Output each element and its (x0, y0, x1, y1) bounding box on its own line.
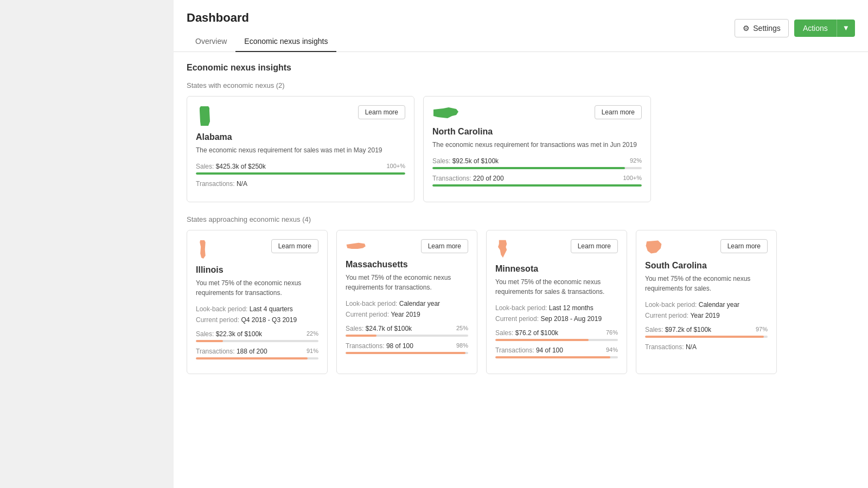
card-ma-header: Learn more (346, 239, 468, 254)
illinois-learn-more-button[interactable]: Learn more (271, 239, 318, 253)
card-mn-header: Learn more (495, 239, 618, 259)
ma-lookback: Look-back period: Calendar year (346, 300, 468, 307)
tabs: Overview Economic nexus insights (187, 31, 336, 52)
card-south-carolina: Learn more South Carolina You met 75% of… (636, 230, 777, 374)
header-right: ⚙ Settings Actions ▼ (735, 19, 855, 44)
actions-button[interactable]: Actions (794, 20, 837, 37)
north-carolina-icon (432, 105, 459, 121)
gear-icon: ⚙ (743, 24, 750, 33)
tab-overview[interactable]: Overview (187, 31, 235, 52)
alabama-transactions-metric: Transactions: N/A (196, 180, 405, 188)
header: Dashboard Overview Economic nexus insigh… (174, 0, 868, 52)
sc-sales-bar (645, 336, 768, 338)
content: Economic nexus insights States with econ… (174, 52, 868, 385)
ma-sales-metric: Sales: $24.7k of $100k 25% (346, 325, 468, 337)
settings-label: Settings (753, 24, 781, 33)
illinois-desc: You met 75% of the economic nexus requir… (196, 278, 318, 298)
ma-transactions-metric: Transactions: 98 of 100 98% (346, 342, 468, 354)
card-massachusetts: Learn more Massachusetts You met 75% of … (336, 230, 477, 374)
card-illinois: Learn more Illinois You met 75% of the e… (187, 230, 328, 374)
ma-transactions-bar (346, 352, 468, 354)
illinois-name: Illinois (196, 265, 318, 275)
mn-sales-bar (495, 339, 618, 341)
mn-sales-metric: Sales: $76.2 of $100k 76% (495, 329, 618, 341)
alabama-icon (196, 105, 213, 127)
section-title: Economic nexus insights (187, 63, 855, 73)
sc-current: Current period: Year 2019 (645, 312, 768, 319)
nc-transactions-metric: Transactions: 220 of 200 100+% (432, 175, 642, 187)
mn-lookback: Look-back period: Last 12 months (495, 304, 618, 312)
mn-current: Current period: Sep 2018 - Aug 2019 (495, 315, 618, 323)
south-carolina-icon (645, 239, 662, 255)
actions-button-group: Actions ▼ (794, 20, 855, 37)
nc-sales-bar (432, 167, 642, 169)
page-title: Dashboard (187, 11, 336, 25)
sc-learn-more-button[interactable]: Learn more (720, 239, 768, 253)
card-minnesota: Learn more Minnesota You met 75% of the … (486, 230, 627, 374)
sc-lookback: Look-back period: Calendar year (645, 301, 768, 309)
alabama-desc: The economic nexus requirement for sales… (196, 145, 405, 155)
nc-name: North Carolina (432, 127, 642, 137)
illinois-transactions-bar (196, 357, 318, 359)
nc-desc: The economic nexus requirement for trans… (432, 140, 642, 150)
nexus-cards-row: Learn more Alabama The economic nexus re… (187, 96, 855, 202)
card-sc-header: Learn more (645, 239, 768, 255)
tab-economic-nexus-insights[interactable]: Economic nexus insights (235, 31, 336, 52)
approaching-subsection-title: States approaching economic nexus (4) (187, 215, 855, 223)
ma-name: Massachusetts (346, 260, 468, 269)
nexus-subsection-title: States with economic nexus (2) (187, 81, 855, 89)
ma-desc: You met 75% of the economic nexus requir… (346, 273, 468, 292)
nc-sales-metric: Sales: $92.5k of $100k 92% (432, 157, 642, 169)
illinois-icon (196, 239, 209, 260)
alabama-name: Alabama (196, 132, 405, 142)
ma-learn-more-button[interactable]: Learn more (421, 239, 468, 253)
sc-name: South Carolina (645, 261, 768, 271)
massachusetts-icon (346, 239, 367, 254)
card-alabama-header: Learn more (196, 105, 405, 127)
card-nc-header: Learn more (432, 105, 642, 121)
header-left: Dashboard Overview Economic nexus insigh… (187, 11, 336, 52)
sc-sales-metric: Sales: $97.2k of $100k 97% (645, 326, 768, 338)
settings-button[interactable]: ⚙ Settings (735, 19, 789, 37)
minnesota-icon (495, 239, 510, 259)
alabama-learn-more-button[interactable]: Learn more (358, 105, 405, 119)
actions-dropdown-button[interactable]: ▼ (837, 20, 855, 37)
illinois-sales-bar (196, 340, 318, 342)
ma-current: Current period: Year 2019 (346, 311, 468, 318)
illinois-current: Current period: Q4 2018 - Q3 2019 (196, 316, 318, 324)
card-north-carolina: Learn more North Carolina The economic n… (423, 96, 651, 202)
mn-name: Minnesota (495, 264, 618, 274)
nc-transactions-bar (432, 184, 642, 187)
card-illinois-header: Learn more (196, 239, 318, 260)
alabama-sales-metric: Sales: $425.3k of $250k 100+% (196, 163, 405, 175)
card-alabama: Learn more Alabama The economic nexus re… (187, 96, 414, 202)
illinois-lookback: Look-back period: Last 4 quarters (196, 305, 318, 313)
approaching-cards-row: Learn more Illinois You met 75% of the e… (187, 230, 855, 374)
mn-desc: You met 75% of the economic nexus requir… (495, 277, 618, 297)
sc-desc: You met 75% of the economic nexus requir… (645, 274, 768, 293)
illinois-sales-metric: Sales: $22.3k of $100k 22% (196, 330, 318, 342)
alabama-sales-bar (196, 172, 405, 175)
ma-sales-bar (346, 335, 468, 337)
nc-learn-more-button[interactable]: Learn more (595, 105, 642, 119)
mn-learn-more-button[interactable]: Learn more (571, 239, 618, 253)
sc-transactions-metric: Transactions: N/A (645, 343, 768, 351)
mn-transactions-bar (495, 356, 618, 358)
mn-transactions-metric: Transactions: 94 of 100 94% (495, 346, 618, 358)
illinois-transactions-metric: Transactions: 188 of 200 91% (196, 348, 318, 359)
